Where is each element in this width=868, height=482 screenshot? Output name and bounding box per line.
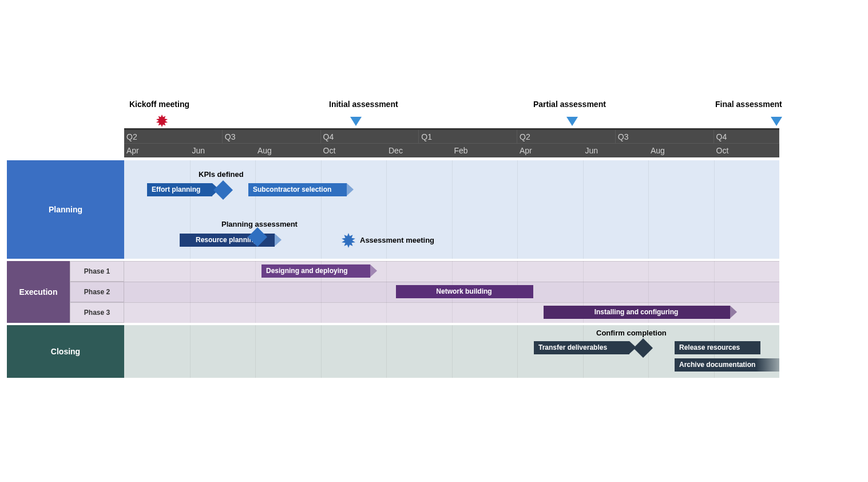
month-label: Apr <box>124 144 139 157</box>
swimlane-planning: Planning KPIs defined Effort planning Su… <box>7 160 779 259</box>
quarter-label: Q4 <box>714 130 780 143</box>
timeline-header: Q2 Q3 Q4 Q1 Q2 Q3 Q4 Apr Jun Aug Oct Dec… <box>124 128 779 157</box>
quarter-label: Q3 <box>616 130 714 143</box>
task-subcontractor-selection: Subcontractor selection <box>248 183 347 196</box>
month-label: Aug <box>648 144 665 157</box>
task-label: Archive documentation <box>679 361 755 369</box>
subphase-2: Phase 2 <box>70 282 124 302</box>
subphase-1: Phase 1 <box>70 261 124 282</box>
task-transfer-deliverables: Transfer deliverables <box>534 341 629 354</box>
quarter-label: Q2 <box>517 130 616 143</box>
task-label: Effort planning <box>152 185 200 193</box>
confirm-completion-label: Confirm completion <box>596 329 667 337</box>
triangle-down-icon <box>771 117 782 126</box>
task-label: Designing and deploying <box>266 267 348 275</box>
lane-title: Planning <box>49 205 82 214</box>
task-release-resources: Release resources <box>675 341 760 354</box>
quarter-label: Q2 <box>124 130 223 143</box>
task-label: Installing and configuring <box>594 308 679 316</box>
milestone-kickoff-label: Kickoff meeting <box>129 100 189 109</box>
timeline-months-row: Apr Jun Aug Oct Dec Feb Apr Jun Aug Oct <box>124 144 779 157</box>
lane-body-planning: KPIs defined Effort planning Subcontract… <box>124 160 779 259</box>
task-label: Release resources <box>679 343 740 351</box>
triangle-down-icon <box>566 117 578 126</box>
swimlane-closing: Closing Confirm completion Transfer deli… <box>7 325 779 378</box>
month-label: Apr <box>517 144 532 157</box>
subphase-3: Phase 3 <box>70 302 124 323</box>
quarter-label: Q1 <box>419 130 517 143</box>
lane-title: Execution <box>19 287 58 297</box>
task-label: Transfer deliverables <box>538 343 607 351</box>
assessment-meeting-label: Assessment meeting <box>360 236 434 244</box>
quarter-label: Q3 <box>223 130 321 143</box>
milestone-final-label: Final assessment <box>715 100 782 109</box>
lane-body-execution: Designing and deploying Network building… <box>124 261 779 323</box>
month-label: Jun <box>190 144 205 157</box>
diamond-icon <box>633 338 653 358</box>
kpis-defined-label: KPIs defined <box>199 170 244 179</box>
month-label: Oct <box>714 144 729 157</box>
triangle-down-icon <box>350 117 362 126</box>
task-effort-planning: Effort planning <box>147 183 212 196</box>
milestone-partial-label: Partial assessment <box>533 100 606 109</box>
task-network-building: Network building <box>396 285 533 298</box>
lane-header-execution: Execution <box>7 261 70 323</box>
month-label: Feb <box>452 144 468 157</box>
task-designing-deploying: Designing and deploying <box>261 264 370 278</box>
swimlane-execution: Execution Phase 1 Phase 2 Phase 3 Design… <box>7 261 779 323</box>
task-label: Network building <box>436 287 492 295</box>
lane-header-closing: Closing <box>7 325 124 378</box>
task-label: Subcontractor selection <box>253 185 331 193</box>
task-installing-configuring: Installing and configuring <box>544 306 730 319</box>
lane-body-closing: Confirm completion Transfer deliverables… <box>124 325 779 378</box>
timeline-quarters-row: Q2 Q3 Q4 Q1 Q2 Q3 Q4 <box>124 130 779 144</box>
month-label: Jun <box>583 144 599 157</box>
starburst-icon <box>341 233 356 248</box>
milestone-initial-label: Initial assessment <box>329 100 398 109</box>
month-label: Oct <box>321 144 336 157</box>
task-archive-documentation: Archive documentation <box>675 358 779 372</box>
month-label: Dec <box>386 144 403 157</box>
starburst-icon <box>156 114 168 127</box>
planning-assessment-label: Planning assessment <box>221 220 298 228</box>
lane-header-planning: Planning <box>7 160 124 259</box>
month-label: Aug <box>255 144 272 157</box>
quarter-label: Q4 <box>321 130 419 143</box>
lane-title: Closing <box>51 347 80 356</box>
